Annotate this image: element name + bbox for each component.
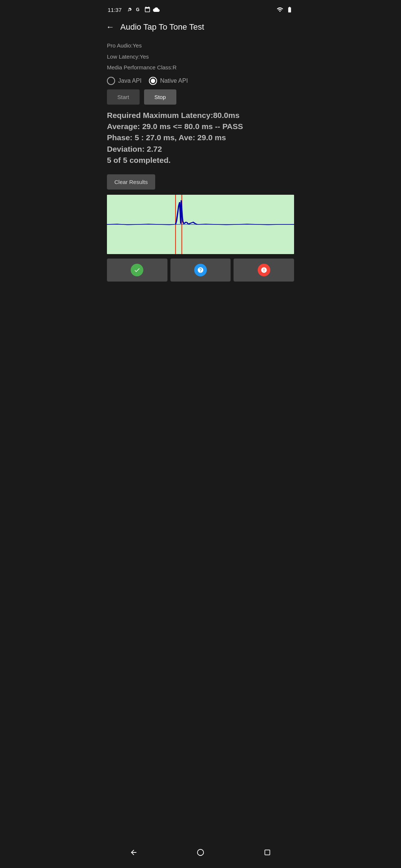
start-button[interactable]: Start (107, 89, 140, 105)
warning-status-button[interactable] (234, 259, 294, 282)
stop-button[interactable]: Stop (144, 89, 176, 105)
warning-icon (258, 264, 270, 276)
question-status-button[interactable] (170, 259, 231, 282)
exclamation-icon (261, 267, 267, 273)
waveform-svg (107, 195, 294, 254)
back-nav-icon (130, 848, 138, 857)
result-line-1: Required Maximum Latency:80.0ms (107, 110, 294, 121)
wifi-icon (276, 6, 284, 13)
home-nav-icon (196, 848, 205, 857)
question-icon (194, 264, 207, 276)
home-nav-button[interactable] (191, 846, 210, 859)
pro-audio-label: Pro Audio:Yes (107, 41, 294, 50)
svg-point-5 (198, 849, 204, 856)
back-button[interactable]: ← (106, 22, 114, 32)
svg-rect-6 (265, 850, 270, 855)
result-line-5: 5 of 5 completed. (107, 155, 294, 166)
result-line-4: Deviation: 2.72 (107, 144, 294, 155)
svg-text:G: G (136, 7, 139, 12)
control-buttons: Start Stop (107, 89, 294, 105)
result-line-2: Average: 29.0 ms <= 80.0 ms -- PASS (107, 121, 294, 132)
navigation-bar (100, 841, 301, 868)
media-perf-label: Media Performance Class:R (107, 63, 294, 72)
fan-icon (126, 6, 133, 13)
pass-icon (131, 264, 143, 276)
recents-nav-button[interactable] (258, 846, 277, 859)
content-area: Pro Audio:Yes Low Latency:Yes Media Perf… (100, 38, 301, 841)
native-api-option[interactable]: Native API (149, 77, 188, 85)
status-buttons-row (107, 259, 294, 282)
status-bar: 11:37 G (100, 0, 301, 18)
status-time: 11:37 (108, 7, 122, 13)
waveform-display (107, 195, 294, 254)
battery-icon (286, 6, 293, 13)
calendar-icon (144, 6, 151, 13)
status-icons-left: G (126, 6, 160, 13)
results-display: Required Maximum Latency:80.0ms Average:… (107, 110, 294, 166)
result-line-3: Phase: 5 : 27.0 ms, Ave: 29.0 ms (107, 132, 294, 143)
help-icon (197, 267, 204, 273)
back-nav-button[interactable] (124, 846, 143, 859)
low-latency-label: Low Latency:Yes (107, 52, 294, 62)
app-title: Audio Tap To Tone Test (120, 22, 204, 32)
java-api-option[interactable]: Java API (107, 77, 141, 85)
pass-status-button[interactable] (107, 259, 167, 282)
cloud-icon (153, 6, 160, 13)
clear-results-button[interactable]: Clear Results (107, 174, 155, 190)
recents-nav-icon (264, 849, 271, 856)
native-api-radio[interactable] (149, 77, 157, 85)
device-info: Pro Audio:Yes Low Latency:Yes Media Perf… (107, 41, 294, 72)
google-icon: G (135, 6, 142, 13)
java-api-label: Java API (118, 78, 141, 84)
api-radio-group: Java API Native API (107, 77, 294, 85)
status-icons-right (276, 6, 293, 13)
app-bar: ← Audio Tap To Tone Test (100, 18, 301, 38)
java-api-radio[interactable] (107, 77, 115, 85)
native-api-label: Native API (160, 78, 188, 84)
checkmark-icon (134, 267, 140, 273)
